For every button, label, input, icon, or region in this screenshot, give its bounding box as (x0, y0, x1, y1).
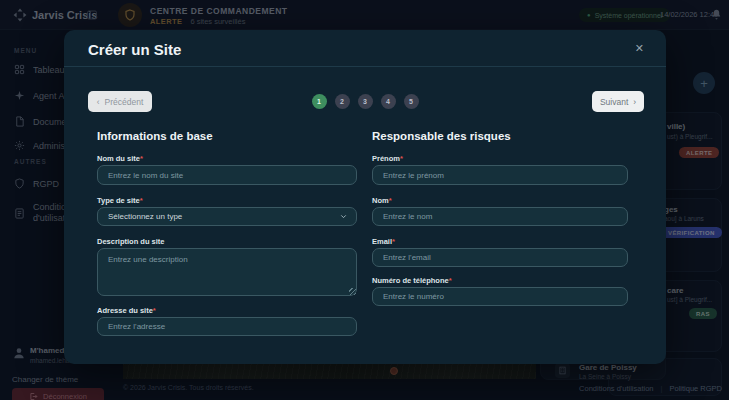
required-marker: * (392, 237, 395, 246)
chevron-right-icon: › (633, 97, 636, 107)
phone-input[interactable] (372, 287, 628, 306)
modal-header: Créer un Site ✕ (64, 30, 666, 67)
next-button[interactable]: Suivant › (592, 91, 644, 112)
field-label-adresse: Adresse du site* (97, 306, 156, 315)
field-label-email: Email* (372, 237, 395, 246)
wizard-steps: 1 2 3 4 5 (64, 91, 666, 112)
required-marker: * (140, 154, 143, 163)
last-name-input[interactable] (372, 207, 628, 226)
email-input[interactable] (372, 248, 628, 267)
modal-title: Créer un Site (88, 41, 181, 58)
field-label-description: Description du site (97, 237, 165, 246)
required-marker: * (389, 196, 392, 205)
field-label-type-de-site: Type de site* (97, 196, 143, 205)
field-label-nom-du-site: Nom du site* (97, 154, 143, 163)
resize-handle-icon[interactable] (349, 288, 356, 295)
step-indicator-5[interactable]: 5 (404, 94, 419, 109)
required-marker: * (449, 276, 452, 285)
field-label-nom: Nom* (372, 196, 392, 205)
required-marker: * (153, 306, 156, 315)
required-marker: * (140, 196, 143, 205)
section-heading-base-info: Informations de base (97, 130, 213, 142)
close-icon[interactable]: ✕ (635, 42, 644, 55)
step-indicator-2[interactable]: 2 (335, 94, 350, 109)
chevron-down-icon (339, 212, 348, 221)
step-indicator-1[interactable]: 1 (312, 94, 327, 109)
field-label-prenom: Prénom* (372, 154, 403, 163)
next-label: Suivant (600, 97, 628, 107)
site-name-input[interactable] (97, 165, 357, 185)
required-marker: * (400, 154, 403, 163)
section-heading-risk-manager: Responsable des risques (372, 130, 511, 142)
site-description-textarea[interactable] (97, 248, 357, 296)
first-name-input[interactable] (372, 165, 628, 185)
step-indicator-4[interactable]: 4 (381, 94, 396, 109)
field-label-telephone: Numéro de téléphone* (372, 276, 452, 285)
create-site-modal: Créer un Site ✕ ‹ Précédent 1 2 3 4 5 Su… (64, 30, 666, 364)
select-placeholder: Sélectionnez un type (108, 212, 182, 221)
step-indicator-3[interactable]: 3 (358, 94, 373, 109)
site-type-select[interactable]: Sélectionnez un type (97, 207, 357, 226)
site-address-input[interactable] (97, 317, 357, 336)
app-screen: Jarvis Crisis CENTRE DE COMMANDEMENT ALE… (0, 0, 729, 400)
